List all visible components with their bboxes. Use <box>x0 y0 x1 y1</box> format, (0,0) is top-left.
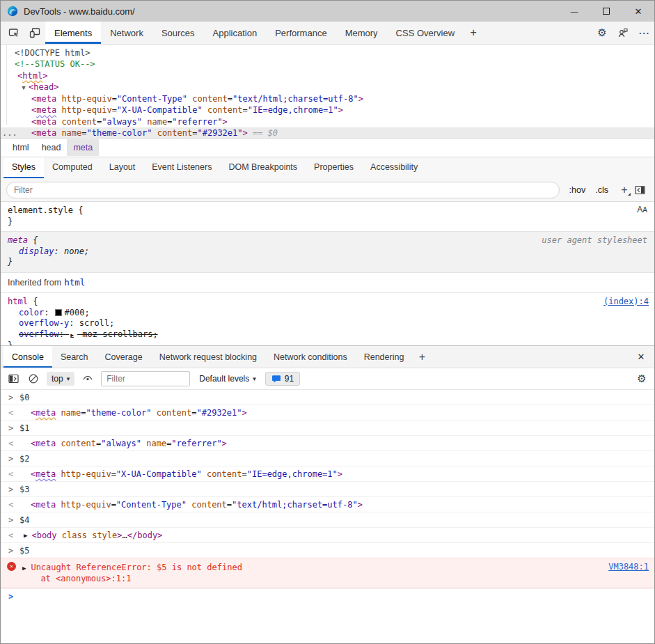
breadcrumb-item-html[interactable]: html <box>6 139 35 156</box>
dom-tree-node[interactable]: <head> <box>1 81 654 93</box>
element-classes-button[interactable]: .cls <box>595 185 608 195</box>
more-icon[interactable] <box>633 22 654 44</box>
breadcrumb-item-meta[interactable]: meta <box>67 139 99 156</box>
expand-arrow-icon[interactable] <box>24 531 27 540</box>
stylesheet-origin-label: user agent stylesheet <box>542 235 647 246</box>
tab-layout[interactable]: Layout <box>101 157 144 178</box>
tab-dom-breakpoints[interactable]: DOM Breakpoints <box>220 157 306 178</box>
tab-sources[interactable]: Sources <box>152 22 204 44</box>
console-result-chevron-icon <box>8 500 15 510</box>
expand-arrow-icon[interactable] <box>22 563 26 573</box>
font-size-icon[interactable] <box>637 205 647 216</box>
console-settings-gear-icon[interactable] <box>635 372 649 385</box>
console-output-row: <meta content="always" name="referrer"> <box>1 435 654 450</box>
computed-sidebar-toggle-icon[interactable] <box>631 184 649 196</box>
code-token: "referrer" <box>171 439 221 448</box>
console-prompt-row[interactable] <box>1 588 654 604</box>
console-input-chevron-icon <box>8 454 15 464</box>
tab-computed[interactable]: Computed <box>44 157 101 178</box>
add-tab-icon[interactable] <box>464 22 483 44</box>
code-token: "always" <box>102 117 142 127</box>
tab-accessibility[interactable]: Accessibility <box>362 157 426 178</box>
console-input-text: $3 <box>19 485 29 494</box>
expand-shorthand-icon[interactable] <box>69 329 77 339</box>
issues-counter[interactable]: 91 <box>265 372 300 386</box>
maximize-button[interactable] <box>590 1 622 22</box>
new-style-rule-icon[interactable] <box>618 184 631 196</box>
code-token: "#2932e1" <box>197 128 242 138</box>
clear-console-icon[interactable] <box>26 373 40 384</box>
color-swatch[interactable] <box>55 309 62 316</box>
css-line: overflow-y: scroll; <box>8 318 647 329</box>
code-token: meta <box>35 408 56 418</box>
styles-filter-input[interactable] <box>6 182 560 198</box>
console-sidebar-icon[interactable] <box>6 373 20 384</box>
css-line: } <box>8 340 647 345</box>
code-token: = <box>111 500 116 510</box>
code-token: content <box>61 439 96 448</box>
code-token: overflow: -moz-scrollbars; <box>19 329 158 339</box>
css-line: element.style { <box>8 205 647 217</box>
tab-memory[interactable]: Memory <box>336 22 387 44</box>
add-drawer-tab-icon[interactable] <box>412 346 432 368</box>
console-result-code[interactable]: <meta name="theme-color" content="#2932e… <box>31 408 247 418</box>
console-result-code[interactable]: <meta content="always" name="referrer"> <box>31 439 227 448</box>
code-token: "Content-Type" <box>117 94 187 104</box>
tab-coverage[interactable]: Coverage <box>96 346 150 368</box>
tab-network-request-blocking[interactable]: Network request blocking <box>151 346 265 368</box>
console-result-code[interactable]: <meta http-equiv="Content-Type" content=… <box>31 500 363 510</box>
script-location-link[interactable]: VM3848:1 <box>608 562 649 572</box>
feedback-icon[interactable] <box>613 22 633 44</box>
javascript-context-selector[interactable]: top <box>47 372 74 386</box>
dom-tree-node[interactable]: <meta content="always" name="referrer"> <box>1 116 654 127</box>
dom-tree-node[interactable]: ...<meta name="theme-color" content="#29… <box>1 127 654 138</box>
toggle-pseudo-state-button[interactable]: :hov <box>569 185 586 195</box>
code-token: content <box>61 117 97 127</box>
expand-arrow-icon[interactable] <box>19 82 29 93</box>
html-rule[interactable]: html {color: #000;overflow-y: scroll;ove… <box>1 293 654 345</box>
code-token: class <box>62 531 87 540</box>
dom-tree-node[interactable]: <!DOCTYPE html> <box>1 47 654 58</box>
tab-search[interactable]: Search <box>52 346 97 368</box>
tab-styles[interactable]: Styles <box>3 157 44 178</box>
live-expression-eye-icon[interactable] <box>81 373 95 384</box>
console-filter-input[interactable] <box>101 371 190 386</box>
tab-properties[interactable]: Properties <box>306 157 362 178</box>
tab-network-conditions[interactable]: Network conditions <box>265 346 356 368</box>
tab-elements[interactable]: Elements <box>45 22 101 44</box>
tab-rendering[interactable]: Rendering <box>356 346 413 368</box>
code-token: meta <box>35 469 56 479</box>
minimize-button[interactable] <box>558 1 590 22</box>
tab-performance[interactable]: Performance <box>266 22 336 44</box>
inherited-from-node-link[interactable]: html <box>64 277 85 288</box>
console-result-code[interactable]: <body class style>…</body> <box>31 531 162 540</box>
dom-tree-node[interactable]: <meta http-equiv="Content-Type" content=… <box>1 93 654 104</box>
tab-console[interactable]: Console <box>3 346 52 368</box>
dom-tree-node[interactable]: <!--STATUS OK--> <box>1 58 654 70</box>
device-toolbar-icon[interactable] <box>24 22 45 44</box>
element-style-rule[interactable]: element.style {} <box>1 202 654 232</box>
inspect-icon[interactable] <box>3 22 24 44</box>
console-input-row: $5 <box>1 542 654 558</box>
tab-network[interactable]: Network <box>101 22 152 44</box>
breadcrumb-item-head[interactable]: head <box>35 139 68 156</box>
log-levels-selector[interactable]: Default levels <box>199 374 256 384</box>
error-icon <box>7 562 16 571</box>
dom-tree-node[interactable]: <meta http-equiv="X-UA-Compatible" conte… <box>1 104 654 116</box>
stylesheet-source-link[interactable]: (index):4 <box>603 297 649 308</box>
meta-user-agent-rule[interactable]: meta {display: none;} user agent stylesh… <box>1 232 654 273</box>
tab-css-overview[interactable]: CSS Overview <box>387 22 464 44</box>
dom-tree-node[interactable]: <html> <box>1 70 654 81</box>
code-token: : <box>69 318 79 328</box>
code-token: http-equiv <box>61 469 111 479</box>
code-token: #000; <box>65 308 90 317</box>
drawer-tabs: Console Search Coverage Network request … <box>1 346 654 368</box>
close-button[interactable] <box>622 1 654 22</box>
code-token: = <box>228 94 232 104</box>
settings-gear-icon[interactable] <box>592 22 613 44</box>
tab-event-listeners[interactable]: Event Listeners <box>143 157 220 178</box>
console-result-code[interactable]: <meta http-equiv="X-UA-Compatible" conte… <box>31 469 342 479</box>
close-drawer-icon[interactable] <box>628 346 654 368</box>
tab-application[interactable]: Application <box>204 22 267 44</box>
code-token: name <box>146 439 166 448</box>
